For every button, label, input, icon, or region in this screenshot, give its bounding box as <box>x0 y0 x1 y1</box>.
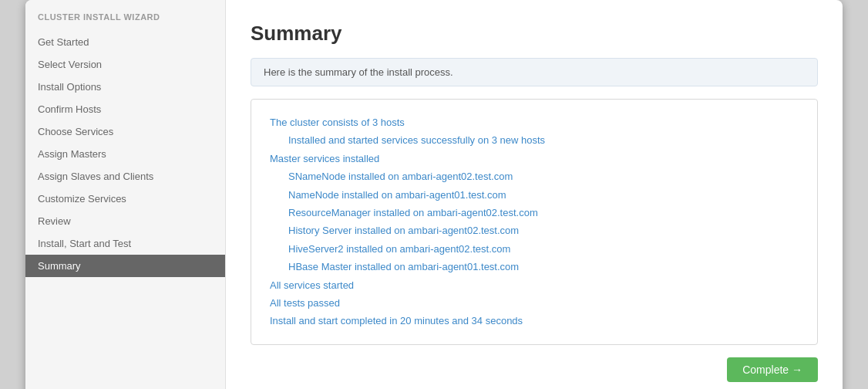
sidebar-item-install-start-test[interactable]: Install, Start and Test <box>25 232 225 255</box>
summary-line: History Server installed on ambari-agent… <box>270 222 799 239</box>
sidebar-item-assign-slaves[interactable]: Assign Slaves and Clients <box>25 165 225 188</box>
summary-line: Master services installed <box>270 150 799 167</box>
summary-line: Install and start completed in 20 minute… <box>270 312 799 330</box>
summary-line: HBase Master installed on ambari-agent01… <box>270 258 799 276</box>
summary-line: All services started <box>270 276 799 294</box>
complete-button[interactable]: Complete → <box>727 357 818 382</box>
sidebar: CLUSTER INSTALL WIZARD Get StartedSelect… <box>25 0 226 389</box>
main-content: Summary Here is the summary of the insta… <box>226 0 843 389</box>
summary-line: HiveServer2 installed on ambari-agent02.… <box>270 240 799 258</box>
sidebar-item-customize-services[interactable]: Customize Services <box>25 188 225 210</box>
page-title: Summary <box>251 22 818 46</box>
summary-line: NameNode installed on ambari-agent01.tes… <box>270 186 799 204</box>
sidebar-item-install-options[interactable]: Install Options <box>25 76 225 98</box>
summary-line: The cluster consists of 3 hosts <box>270 113 799 131</box>
summary-line: SNameNode installed on ambari-agent02.te… <box>270 167 799 185</box>
sidebar-item-select-version[interactable]: Select Version <box>25 53 225 76</box>
sidebar-item-assign-masters[interactable]: Assign Masters <box>25 143 225 165</box>
sidebar-item-get-started[interactable]: Get Started <box>25 31 225 53</box>
sidebar-item-choose-services[interactable]: Choose Services <box>25 120 225 143</box>
summary-box: The cluster consists of 3 hostsInstalled… <box>251 99 818 345</box>
footer: Complete → <box>251 345 818 382</box>
summary-line: ResourceManager installed on ambari-agen… <box>270 204 799 222</box>
summary-line: All tests passed <box>270 294 799 312</box>
sidebar-item-review[interactable]: Review <box>25 210 225 232</box>
summary-line: Installed and started services successfu… <box>270 131 799 149</box>
sidebar-item-confirm-hosts[interactable]: Confirm Hosts <box>25 98 225 120</box>
sidebar-item-summary[interactable]: Summary <box>25 255 225 277</box>
app-window: CLUSTER INSTALL WIZARD Get StartedSelect… <box>25 0 843 389</box>
sidebar-title: CLUSTER INSTALL WIZARD <box>25 12 225 31</box>
info-box: Here is the summary of the install proce… <box>251 58 818 86</box>
